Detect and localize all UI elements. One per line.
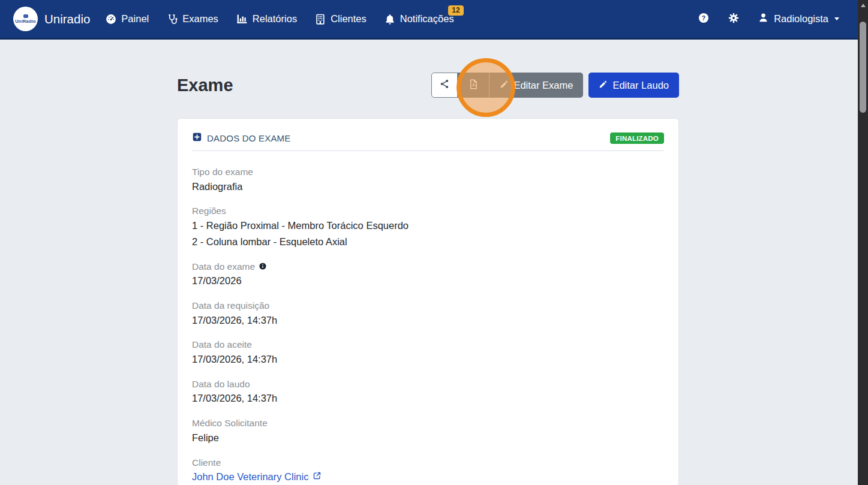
help-button[interactable]: ? xyxy=(698,12,710,26)
dashboard-icon xyxy=(105,13,117,25)
svg-text:?: ? xyxy=(702,14,705,21)
pencil-icon xyxy=(500,80,509,91)
nav-item-clientes[interactable]: Clientes xyxy=(314,13,367,25)
gear-icon xyxy=(728,12,740,26)
nav-items: Painel Exames Relatórios Clientes Notifi… xyxy=(105,13,453,25)
export-pdf-button[interactable] xyxy=(458,73,489,98)
card-header-title: DADOS DO EXAME xyxy=(207,133,291,143)
info-circle-icon[interactable] xyxy=(259,262,267,270)
bell-icon xyxy=(384,13,396,25)
logo-mark-icon xyxy=(23,14,28,18)
exam-data-card: DADOS DO EXAME FINALIZADO Tipo do exame … xyxy=(177,118,679,485)
field-value: John Doe Veterinary Clinic xyxy=(192,469,664,485)
field-label: Tipo do exame xyxy=(192,165,664,179)
vertical-scrollbar[interactable] xyxy=(858,0,868,485)
exam-actions: Editar Exame Editar Laudo xyxy=(431,73,679,98)
field-label: Data da requisição xyxy=(192,299,664,312)
nav-item-label: Painel xyxy=(121,13,149,25)
field-value: 17/03/2026, 14:37h xyxy=(192,390,664,406)
brand[interactable]: UniRadio Uniradio xyxy=(13,7,90,31)
field-value: 17/03/2026, 14:37h xyxy=(192,312,664,329)
field-value: Radiografia xyxy=(192,179,664,195)
uniradio-logo: UniRadio xyxy=(13,7,38,31)
logo-text: UniRadio xyxy=(15,19,36,24)
client-link[interactable]: John Doe Veterinary Clinic xyxy=(192,469,322,485)
share-icon xyxy=(439,79,450,92)
external-link-icon xyxy=(313,469,322,485)
field-value: 17/03/2026 xyxy=(192,273,664,289)
field-cliente: Cliente John Doe Veterinary Clinic xyxy=(192,456,664,485)
nav-item-label: Relatórios xyxy=(253,13,297,25)
settings-button[interactable] xyxy=(728,12,740,26)
clinic-building-icon xyxy=(314,13,326,25)
share-button[interactable] xyxy=(431,73,458,98)
field-medico-solicitante: Médico Solicitante Felipe xyxy=(192,417,664,445)
card-header: DADOS DO EXAME FINALIZADO xyxy=(192,119,664,151)
main-content: Exame Editar Exame xyxy=(177,41,679,485)
nav-item-exames[interactable]: Exames xyxy=(166,13,218,25)
chevron-down-icon xyxy=(834,17,839,20)
editar-laudo-button[interactable]: Editar Laudo xyxy=(588,73,679,98)
field-label-text: Data do exame xyxy=(192,260,255,273)
field-label: Cliente xyxy=(192,456,664,469)
scrollbar-up-button[interactable] xyxy=(858,0,868,10)
nav-item-painel[interactable]: Painel xyxy=(105,13,149,25)
user-menu[interactable]: Radiologista xyxy=(758,12,839,26)
page-header: Exame Editar Exame xyxy=(177,73,679,98)
brand-name: Uniradio xyxy=(44,12,90,26)
status-badge: FINALIZADO xyxy=(610,132,664,144)
user-label: Radiologista xyxy=(774,13,828,25)
field-label: Médico Solicitante xyxy=(192,417,664,430)
question-circle-icon: ? xyxy=(698,12,710,26)
field-label: Data do aceite xyxy=(192,338,664,351)
page-title: Exame xyxy=(177,76,233,95)
top-navbar: UniRadio Uniradio Painel Exames Relatóri… xyxy=(0,0,868,40)
field-value-line: 1 - Região Proximal - Membro Torácico Es… xyxy=(192,218,664,234)
bar-chart-icon xyxy=(236,13,248,25)
field-label: Data do laudo xyxy=(192,378,664,391)
nav-item-label: Clientes xyxy=(331,13,367,25)
field-data-do-exame: Data do exame 17/03/2026 xyxy=(192,260,664,289)
nav-item-label: Notificações xyxy=(400,13,454,25)
field-data-da-requisicao: Data da requisição 17/03/2026, 14:37h xyxy=(192,299,664,328)
user-icon xyxy=(758,12,769,26)
field-value: 17/03/2026, 14:37h xyxy=(192,351,664,367)
nav-item-notificacoes[interactable]: Notificações 12 xyxy=(384,13,454,25)
editar-exame-label: Editar Exame xyxy=(513,80,573,91)
field-regioes: Regiões 1 - Região Proximal - Membro Tor… xyxy=(192,204,664,249)
editar-exame-button[interactable]: Editar Exame xyxy=(489,73,583,98)
arrow-up-icon xyxy=(861,4,866,7)
scrollbar-thumb[interactable] xyxy=(860,22,866,113)
client-link-text: John Doe Veterinary Clinic xyxy=(192,469,308,485)
editar-laudo-label: Editar Laudo xyxy=(612,80,669,91)
nav-item-label: Exames xyxy=(182,13,218,25)
field-tipo-do-exame: Tipo do exame Radiografia xyxy=(192,165,664,194)
navbar-right: ? Radiologista xyxy=(698,12,839,26)
stethoscope-icon xyxy=(166,13,178,25)
notifications-count-badge: 12 xyxy=(448,5,463,16)
card-body: Tipo do exame Radiografia Regiões 1 - Re… xyxy=(178,151,678,485)
nav-item-relatorios[interactable]: Relatórios xyxy=(236,13,297,25)
field-data-do-aceite: Data do aceite 17/03/2026, 14:37h xyxy=(192,338,664,367)
plus-square-icon[interactable] xyxy=(192,132,202,144)
field-label: Regiões xyxy=(192,204,664,218)
field-value: Felipe xyxy=(192,430,664,446)
file-pdf-icon xyxy=(468,79,479,92)
field-label: Data do exame xyxy=(192,260,664,273)
field-value-line: 2 - Coluna lombar - Esqueleto Axial xyxy=(192,234,664,250)
field-data-do-laudo: Data do laudo 17/03/2026, 14:37h xyxy=(192,378,664,406)
pencil-icon xyxy=(599,80,608,91)
